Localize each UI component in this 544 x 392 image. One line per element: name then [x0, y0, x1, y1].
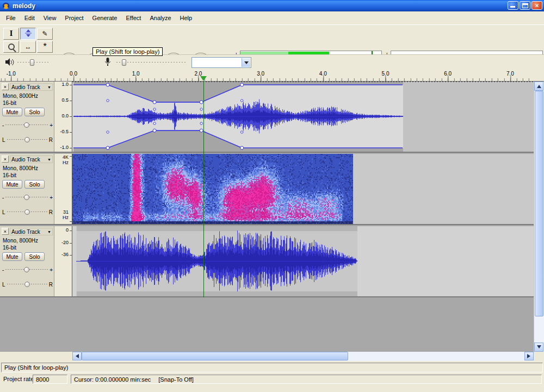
track-close-button[interactable]: × — [2, 155, 9, 163]
vertical-scroll-thumb[interactable] — [535, 91, 543, 316]
waveform-envelope-canvas[interactable] — [72, 82, 534, 152]
input-source-combobox[interactable] — [191, 57, 251, 68]
waveform-display-area[interactable] — [72, 226, 534, 296]
waveform-db-canvas[interactable] — [72, 226, 534, 296]
menu-edit[interactable]: Edit — [20, 13, 39, 23]
arrow-left-icon — [73, 354, 79, 358]
menu-project[interactable]: Project — [60, 13, 88, 23]
menu-file[interactable]: File — [2, 13, 20, 23]
solo-button[interactable]: Solo — [24, 180, 45, 189]
pan-slider[interactable]: LR — [2, 135, 53, 144]
track-title: Audio Track — [11, 84, 40, 90]
output-volume-slider[interactable] — [17, 59, 50, 66]
scroll-up-button[interactable] — [534, 82, 543, 91]
pan-slider[interactable]: LR — [2, 280, 53, 289]
track-title-dropdown[interactable]: Audio Track ▼ — [10, 228, 53, 235]
menu-bar: File Edit View Project Generate Effect A… — [0, 11, 544, 24]
snap-to-status: [Snap-To Off] — [158, 376, 194, 383]
audio-track-2: × Audio Track ▼ Mono, 8000Hz 16-bit Mute… — [0, 154, 534, 225]
menu-analyze[interactable]: Analyze — [145, 13, 175, 23]
menu-effect[interactable]: Effect — [121, 13, 145, 23]
track-area: × Audio Track ▼ Mono, 8000Hz 16-bit Mute… — [0, 82, 544, 352]
status-bar: Play (Shift for loop-play) — [0, 362, 544, 373]
waveform-display-area[interactable] — [72, 82, 534, 152]
scroll-left-button[interactable] — [72, 352, 82, 360]
zoom-tool-button[interactable] — [3, 41, 19, 53]
track-title-dropdown[interactable]: Audio Track ▼ — [10, 155, 53, 163]
pan-slider-thumb[interactable] — [24, 282, 30, 287]
gain-slider[interactable]: -+ — [2, 265, 53, 274]
vertical-scale-ruler[interactable]: 0 -20 -36 — [54, 226, 72, 296]
track-title: Audio Track — [11, 229, 40, 235]
minimize-button[interactable] — [508, 1, 518, 10]
input-volume-slider[interactable] — [116, 59, 187, 66]
cursor-position: Cursor: 0:00.000000 min:sec — [74, 376, 151, 383]
timeshift-tool-button[interactable]: ↔ — [20, 41, 36, 53]
playhead-marker[interactable] — [200, 76, 207, 81]
microphone-icon — [104, 58, 111, 67]
status-bar-bottom: Project rate: 8000 Cursor: 0:00.000000 m… — [0, 374, 544, 385]
title-bar[interactable]: melody × — [0, 0, 544, 11]
solo-button[interactable]: Solo — [24, 108, 45, 116]
gain-slider-thumb[interactable] — [24, 122, 29, 128]
gain-slider[interactable]: -+ — [2, 121, 53, 129]
arrow-up-icon — [537, 83, 541, 88]
track-bit-depth: 16-bit — [3, 172, 16, 178]
spectrogram-canvas[interactable] — [72, 154, 534, 224]
track-format: Mono, 8000Hz — [3, 93, 38, 99]
pan-slider[interactable]: LR — [2, 208, 53, 216]
track-close-button[interactable]: × — [2, 83, 9, 90]
mute-button[interactable]: Mute — [2, 108, 22, 116]
timeline-ruler[interactable]: -1.0 0.0 1.0 2.0 3.0 4.0 5.0 6.0 7.0 — [0, 70, 544, 82]
menu-view[interactable]: View — [39, 13, 61, 23]
magnifier-icon — [8, 43, 15, 50]
playhead-line — [203, 82, 204, 297]
draw-tool-button[interactable]: ✎ — [37, 28, 53, 40]
solo-button[interactable]: Solo — [24, 252, 45, 261]
pan-slider-thumb[interactable] — [24, 209, 30, 215]
audio-track-1: × Audio Track ▼ Mono, 8000Hz 16-bit Mute… — [0, 82, 534, 153]
horizontal-scroll-thumb[interactable] — [82, 352, 348, 360]
mixer-edit-toolbar: ✂ ↶ ↷ + - — [0, 54, 544, 70]
track-close-button[interactable]: × — [2, 228, 9, 235]
track-control-panel: × Audio Track ▼ Mono, 8000Hz 16-bit Mute… — [0, 154, 54, 224]
project-rate-value: 8000 — [36, 376, 49, 383]
envelope-tool-button[interactable] — [20, 28, 36, 40]
vertical-scale-ruler[interactable]: 1.0 0.5 0.0 -0.5 -1.0 — [54, 82, 72, 152]
status-message: Play (Shift for loop-play) — [4, 364, 68, 371]
menu-help[interactable]: Help — [176, 13, 197, 23]
track-format: Mono, 8000Hz — [3, 238, 38, 244]
track-title-dropdown[interactable]: Audio Track ▼ — [10, 83, 53, 91]
gain-slider-thumb[interactable] — [24, 195, 29, 200]
arrow-right-icon — [527, 354, 533, 358]
spectrogram-display-area[interactable] — [72, 154, 534, 224]
maximize-button[interactable] — [520, 1, 530, 10]
scroll-down-button[interactable] — [534, 343, 543, 352]
gain-slider[interactable]: -+ — [2, 193, 53, 202]
ruler-label: 3.0 — [257, 71, 264, 77]
menu-generate[interactable]: Generate — [88, 13, 122, 23]
gain-slider-thumb[interactable] — [24, 267, 29, 272]
vertical-scale-ruler[interactable]: 4K Hz 31 Hz — [54, 154, 72, 224]
project-rate-box[interactable]: 8000 — [33, 375, 67, 384]
scroll-right-button[interactable] — [524, 352, 534, 360]
ruler-label: 0.0 — [70, 71, 77, 77]
vertical-scrollbar[interactable] — [534, 82, 544, 352]
multi-tool-button[interactable]: * — [37, 41, 53, 53]
pan-slider-thumb[interactable] — [24, 137, 30, 142]
selection-tool-button[interactable]: I — [3, 28, 19, 40]
close-button[interactable]: × — [531, 1, 542, 10]
track-format: Mono, 8000Hz — [3, 165, 38, 171]
window-title: melody — [13, 2, 35, 10]
ruler-label: 5.0 — [382, 71, 390, 77]
dropdown-arrow-icon: ▼ — [47, 230, 51, 234]
mute-button[interactable]: Mute — [2, 180, 22, 189]
horizontal-scrollbar[interactable] — [72, 352, 534, 361]
track-control-panel: × Audio Track ▼ Mono, 8000Hz 16-bit Mute… — [0, 82, 54, 152]
mute-button[interactable]: Mute — [2, 252, 22, 261]
arrow-down-icon — [537, 345, 541, 351]
combobox-dropdown-button[interactable] — [242, 58, 250, 67]
audio-track-3: × Audio Track ▼ Mono, 8000Hz 16-bit Mute… — [0, 226, 534, 297]
dropdown-arrow-icon: ▼ — [47, 158, 51, 161]
ruler-label: 1.0 — [132, 71, 140, 77]
